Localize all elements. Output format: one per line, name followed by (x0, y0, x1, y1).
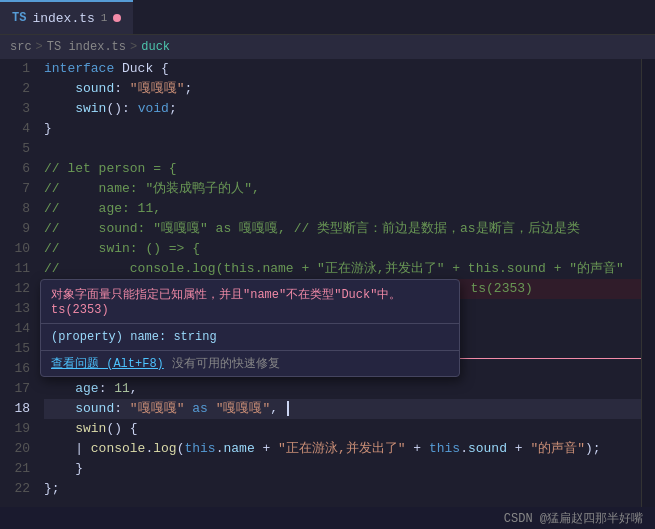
token-comment: // let person = { (44, 161, 177, 176)
code-line: // let person = { (44, 159, 655, 179)
token-fn: log (153, 441, 176, 456)
token-punc: | (44, 441, 91, 456)
editor-container: 12345678910111213141516171819202122 inte… (0, 59, 655, 507)
token-prop: sound (75, 81, 114, 96)
token-str: "正在游泳,并发出了" (278, 441, 405, 456)
line-number: 12 (0, 279, 30, 299)
token-punc: : (114, 81, 130, 96)
tab-modified-dot (113, 14, 121, 22)
status-label: CSDN @猛扁赵四那半好嘴 (504, 510, 643, 527)
token-punc: } (44, 461, 83, 476)
token-punc: () { (106, 421, 137, 436)
fix-link[interactable]: 查看问题 (Alt+F8) (51, 355, 164, 372)
token-as-kw: as (192, 401, 208, 416)
token-punc: } (44, 121, 52, 136)
line-number: 13 (0, 299, 30, 319)
token-punc: + (255, 441, 278, 456)
tab-bar: TS index.ts 1 (0, 0, 655, 35)
code-line: // console.log(this.name + "正在游泳,并发出了" +… (44, 259, 655, 279)
line-number: 4 (0, 119, 30, 139)
token-prop: swin (75, 101, 106, 116)
token-punc (44, 381, 75, 396)
minimap (641, 59, 655, 507)
line-number: 20 (0, 439, 30, 459)
code-line: sound: "嘎嘎嘎" as "嘎嘎嘎", (44, 399, 655, 419)
code-line: // age: 11, (44, 199, 655, 219)
line-number: 16 (0, 359, 30, 379)
code-line: swin(): void; (44, 99, 655, 119)
code-line: } (44, 119, 655, 139)
active-tab[interactable]: TS index.ts 1 (0, 0, 133, 34)
token-punc: ; (169, 101, 177, 116)
token-punc (44, 81, 75, 96)
token-punc: : (99, 381, 115, 396)
line-number: 17 (0, 379, 30, 399)
tooltip-error: 对象字面量只能指定已知属性，并且"name"不在类型"Duck"中。 ts(23… (41, 280, 459, 324)
token-comment: // swin: () => { (44, 241, 200, 256)
breadcrumb-symbol: duck (141, 40, 170, 54)
token-str: "嘎嘎嘎" (130, 401, 185, 416)
line-number: 8 (0, 199, 30, 219)
token-kw: void (138, 101, 169, 116)
line-number: 5 (0, 139, 30, 159)
tab-lang: TS (12, 11, 26, 25)
token-comment: // age: 11, (44, 201, 161, 216)
token-comment: // sound: "嘎嘎嘎" as 嘎嘎嘎, // 类型断言：前边是数据，as… (44, 221, 580, 236)
code-line (44, 139, 655, 159)
token-punc: ); (585, 441, 601, 456)
tooltip-box: 对象字面量只能指定已知属性，并且"name"不在类型"Duck"中。 ts(23… (40, 279, 460, 377)
line-number: 21 (0, 459, 30, 479)
token-comment: // console.log(this.name + "正在游泳,并发出了" +… (44, 261, 624, 276)
breadcrumb-sep1: > (36, 40, 43, 54)
token-punc: Duck { (114, 61, 169, 76)
code-line: // name: "伪装成鸭子的人", (44, 179, 655, 199)
line-number: 19 (0, 419, 30, 439)
token-punc: , (270, 401, 278, 416)
line-number: 11 (0, 259, 30, 279)
code-line: interface Duck { (44, 59, 655, 79)
code-line: swin() { (44, 419, 655, 439)
token-punc (44, 101, 75, 116)
token-punc: . (460, 441, 468, 456)
token-str: "的声音" (530, 441, 585, 456)
code-line: // sound: "嘎嘎嘎" as 嘎嘎嘎, // 类型断言：前边是数据，as… (44, 219, 655, 239)
line-number: 9 (0, 219, 30, 239)
token-punc: : (114, 401, 130, 416)
cursor (279, 401, 289, 416)
token-kw: this (184, 441, 215, 456)
token-punc: , (130, 381, 138, 396)
tab-filename: index.ts (32, 11, 94, 26)
code-line: | console.log(this.name + "正在游泳,并发出了" + … (44, 439, 655, 459)
status-bar: CSDN @猛扁赵四那半好嘴 (0, 507, 655, 529)
token-punc: ; (184, 81, 192, 96)
token-punc (44, 401, 75, 416)
token-prop: age (75, 381, 98, 396)
token-punc (44, 421, 75, 436)
token-punc: }; (44, 481, 60, 496)
breadcrumb-sep2: > (130, 40, 137, 54)
token-num: 11 (114, 381, 130, 396)
token-kw: interface (44, 61, 114, 76)
token-prop: sound (75, 401, 114, 416)
code-line: } (44, 459, 655, 479)
breadcrumb-src: src (10, 40, 32, 54)
token-prop: name (223, 441, 254, 456)
tab-number: 1 (101, 12, 108, 24)
line-number: 22 (0, 479, 30, 499)
token-fn: console (91, 441, 146, 456)
line-number: 3 (0, 99, 30, 119)
token-punc: + (507, 441, 530, 456)
token-str: "嘎嘎嘎" (216, 401, 271, 416)
code-line: sound: "嘎嘎嘎"; (44, 79, 655, 99)
token-punc (208, 401, 216, 416)
code-line: }; (44, 479, 655, 499)
code-line: // swin: () => { (44, 239, 655, 259)
line-number: 18 (0, 399, 30, 419)
token-fn: swin (75, 421, 106, 436)
line-number: 15 (0, 339, 30, 359)
no-fix-label: 没有可用的快速修复 (172, 355, 280, 372)
code-line: age: 11, (44, 379, 655, 399)
line-number: 10 (0, 239, 30, 259)
line-number: 6 (0, 159, 30, 179)
token-comment: // name: "伪装成鸭子的人", (44, 181, 260, 196)
